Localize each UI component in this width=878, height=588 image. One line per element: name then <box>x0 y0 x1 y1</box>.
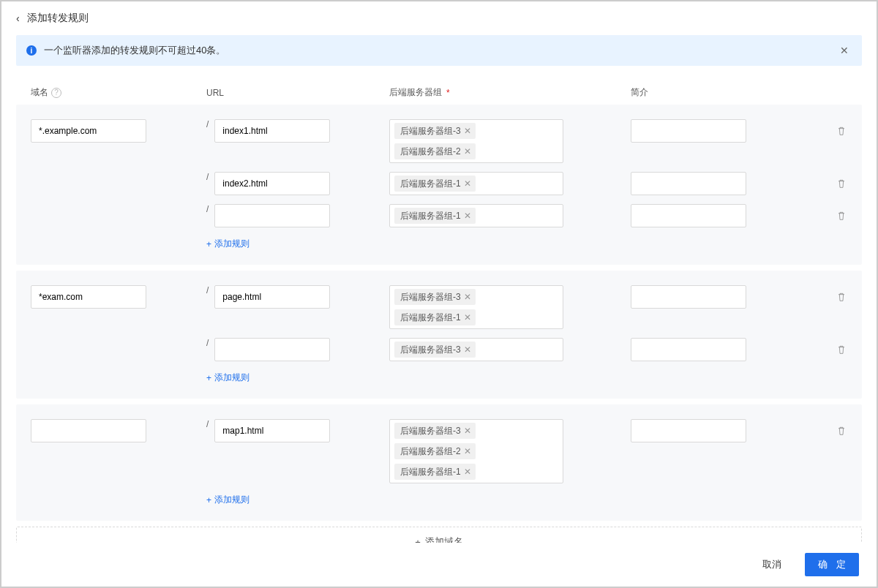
backend-select[interactable]: 后端服务器组-3✕后端服务器组-2✕ <box>389 119 563 163</box>
dialog-body: 域名 ? URL 后端服务器组 * 简介 /后端服务器组-3✕后端服务器组-2✕… <box>1 80 877 557</box>
plus-icon: + <box>206 239 211 249</box>
rule-row: /后端服务器组-3✕后端服务器组-1✕ <box>31 285 847 329</box>
dialog-title: 添加转发规则 <box>27 12 89 25</box>
domain-block: /后端服务器组-3✕后端服务器组-2✕/后端服务器组-1✕/后端服务器组-1✕+… <box>16 105 862 265</box>
tag-remove-icon[interactable]: ✕ <box>464 312 471 323</box>
back-arrow-icon[interactable]: ‹ <box>16 12 20 24</box>
tag-label: 后端服务器组-3 <box>400 344 461 355</box>
backend-tag: 后端服务器组-1✕ <box>394 464 476 480</box>
dialog-footer: 取消 确 定 <box>1 543 877 587</box>
tag-remove-icon[interactable]: ✕ <box>464 125 471 137</box>
col-domain: 域名 ? <box>31 86 206 99</box>
add-rule-button[interactable]: +添加规则 <box>206 372 249 384</box>
url-slash: / <box>206 338 209 348</box>
cancel-button[interactable]: 取消 <box>749 553 795 576</box>
plus-icon: + <box>206 373 211 383</box>
desc-input[interactable] <box>631 172 746 195</box>
tag-remove-icon[interactable]: ✕ <box>464 466 471 478</box>
desc-input[interactable] <box>631 204 746 227</box>
help-icon[interactable]: ? <box>51 88 61 98</box>
trash-icon[interactable] <box>836 425 847 437</box>
required-asterisk: * <box>446 88 450 98</box>
domain-block: /后端服务器组-3✕后端服务器组-1✕/后端服务器组-3✕+添加规则 <box>16 271 862 399</box>
url-input[interactable] <box>214 338 330 361</box>
col-backend: 后端服务器组 * <box>389 86 631 99</box>
backend-select[interactable]: 后端服务器组-3✕后端服务器组-1✕ <box>389 285 563 329</box>
dialog-frame: ‹ 添加转发规则 i 一个监听器添加的转发规则不可超过40条。 ✕ 域名 ? U… <box>0 0 878 588</box>
desc-input[interactable] <box>631 338 746 361</box>
backend-tag: 后端服务器组-1✕ <box>394 309 476 325</box>
col-url: URL <box>206 86 389 99</box>
col-desc: 简介 <box>631 86 803 99</box>
tag-label: 后端服务器组-3 <box>400 425 461 437</box>
url-slash: / <box>206 419 209 429</box>
domain-block: /后端服务器组-3✕后端服务器组-2✕后端服务器组-1✕+添加规则 <box>16 404 862 521</box>
backend-tag: 后端服务器组-2✕ <box>394 143 476 159</box>
url-input[interactable] <box>214 285 330 309</box>
url-slash: / <box>206 285 209 295</box>
tag-label: 后端服务器组-1 <box>400 312 461 323</box>
confirm-button[interactable]: 确 定 <box>805 553 859 576</box>
tag-remove-icon[interactable]: ✕ <box>464 210 471 222</box>
tag-remove-icon[interactable]: ✕ <box>464 445 471 457</box>
rule-row: /后端服务器组-3✕ <box>31 338 847 361</box>
backend-select[interactable]: 后端服务器组-1✕ <box>389 172 563 195</box>
url-input[interactable] <box>214 419 330 442</box>
tag-label: 后端服务器组-1 <box>400 178 461 189</box>
backend-select[interactable]: 后端服务器组-1✕ <box>389 204 563 227</box>
domain-input[interactable] <box>31 419 146 442</box>
rule-row: /后端服务器组-1✕ <box>31 172 847 195</box>
backend-select[interactable]: 后端服务器组-3✕后端服务器组-2✕后端服务器组-1✕ <box>389 419 563 483</box>
url-input[interactable] <box>214 204 330 227</box>
domain-input[interactable] <box>31 119 146 143</box>
url-input[interactable] <box>214 172 330 195</box>
backend-tag: 后端服务器组-3✕ <box>394 342 476 358</box>
desc-input[interactable] <box>631 419 746 442</box>
rule-row: /后端服务器组-3✕后端服务器组-2✕后端服务器组-1✕ <box>31 419 847 483</box>
trash-icon[interactable] <box>836 291 847 303</box>
trash-icon[interactable] <box>836 125 847 137</box>
tag-remove-icon[interactable]: ✕ <box>464 291 471 303</box>
dialog-header: ‹ 添加转发规则 <box>1 1 877 35</box>
tag-label: 后端服务器组-1 <box>400 210 461 222</box>
backend-tag: 后端服务器组-3✕ <box>394 123 476 139</box>
backend-tag: 后端服务器组-3✕ <box>394 289 476 305</box>
alert-text: 一个监听器添加的转发规则不可超过40条。 <box>44 44 225 57</box>
info-icon: i <box>26 45 37 56</box>
tag-label: 后端服务器组-3 <box>400 291 461 303</box>
add-rule-button[interactable]: +添加规则 <box>206 238 249 250</box>
url-slash: / <box>206 204 209 214</box>
backend-tag: 后端服务器组-3✕ <box>394 423 476 439</box>
desc-input[interactable] <box>631 285 746 309</box>
desc-input[interactable] <box>631 119 746 143</box>
plus-icon: + <box>206 495 211 505</box>
tag-remove-icon[interactable]: ✕ <box>464 344 471 355</box>
trash-icon[interactable] <box>836 210 847 222</box>
backend-tag: 后端服务器组-1✕ <box>394 208 476 224</box>
domain-input[interactable] <box>31 285 146 309</box>
tag-remove-icon[interactable]: ✕ <box>464 178 471 189</box>
close-icon[interactable]: ✕ <box>837 45 852 56</box>
backend-select[interactable]: 后端服务器组-3✕ <box>389 338 563 361</box>
trash-icon[interactable] <box>836 178 847 189</box>
backend-tag: 后端服务器组-2✕ <box>394 443 476 459</box>
column-headers: 域名 ? URL 后端服务器组 * 简介 <box>16 80 862 105</box>
rule-row: /后端服务器组-1✕ <box>31 204 847 227</box>
trash-icon[interactable] <box>836 344 847 355</box>
rule-row: /后端服务器组-3✕后端服务器组-2✕ <box>31 119 847 163</box>
tag-label: 后端服务器组-2 <box>400 146 461 157</box>
tag-label: 后端服务器组-3 <box>400 125 461 137</box>
add-rule-button[interactable]: +添加规则 <box>206 494 249 506</box>
info-alert: i 一个监听器添加的转发规则不可超过40条。 ✕ <box>16 35 862 66</box>
url-slash: / <box>206 119 209 129</box>
backend-tag: 后端服务器组-1✕ <box>394 176 476 192</box>
tag-remove-icon[interactable]: ✕ <box>464 425 471 437</box>
url-slash: / <box>206 172 209 182</box>
tag-label: 后端服务器组-2 <box>400 445 461 457</box>
tag-remove-icon[interactable]: ✕ <box>464 146 471 157</box>
tag-label: 后端服务器组-1 <box>400 466 461 478</box>
url-input[interactable] <box>214 119 330 143</box>
